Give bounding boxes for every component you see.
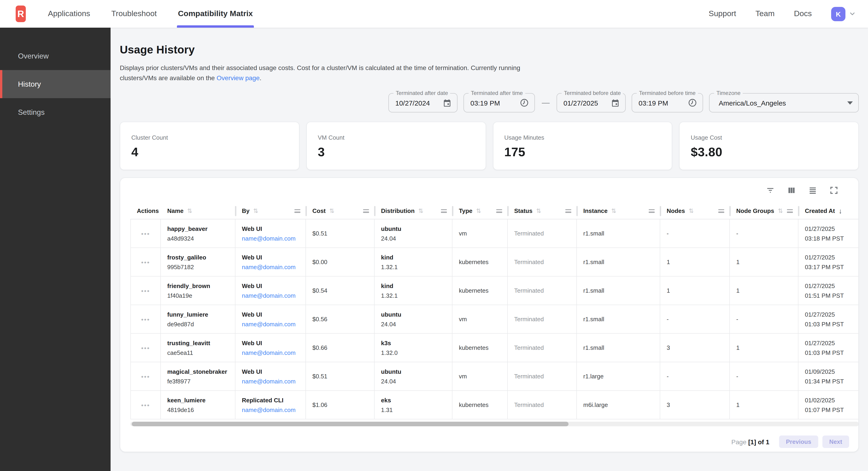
email-link[interactable]: name@domain.com	[242, 377, 302, 386]
row-actions-button[interactable]: •••	[141, 401, 150, 409]
stat-card-usage-minutes: Usage Minutes 175	[493, 122, 673, 170]
column-header-actions: Actions	[130, 203, 161, 219]
table-row: ••• magical_stonebrakerfe3f8977 Web UIna…	[130, 362, 859, 391]
secondary-nav: Support Team Docs K	[709, 7, 856, 21]
column-menu-icon[interactable]	[565, 209, 571, 213]
email-link[interactable]: name@domain.com	[242, 291, 302, 300]
nav-link-team[interactable]: Team	[755, 9, 774, 19]
terminated-after-time-field[interactable]: Terminated after time 03:19 PM	[464, 93, 535, 113]
terminated-before-time-field[interactable]: Terminated before time 03:19 PM	[632, 93, 703, 113]
column-menu-icon[interactable]	[649, 209, 655, 213]
usage-table-card: Actions Name⇅ By⇅ Cost⇅ Distribution⇅	[120, 177, 859, 452]
row-actions-button[interactable]: •••	[141, 344, 150, 351]
column-menu-icon[interactable]	[363, 209, 369, 213]
brand-logo-letter: R	[18, 8, 24, 19]
pagination: Page [1] of 1 Previous Next	[120, 436, 858, 448]
email-link[interactable]: name@domain.com	[242, 406, 302, 414]
sidebar-item-history[interactable]: History	[0, 70, 111, 98]
column-header-nodes[interactable]: Nodes⇅	[660, 203, 730, 219]
range-separator: —	[541, 98, 551, 107]
density-icon[interactable]	[808, 185, 818, 196]
row-actions-button[interactable]: •••	[141, 258, 150, 266]
column-menu-icon[interactable]	[441, 209, 447, 213]
table-header-row: Actions Name⇅ By⇅ Cost⇅ Distribution⇅	[130, 203, 859, 219]
nav-link-support[interactable]: Support	[709, 9, 736, 19]
column-header-type[interactable]: Type⇅	[453, 203, 508, 219]
previous-page-button[interactable]: Previous	[779, 436, 818, 448]
sort-icon[interactable]: ⇅	[418, 207, 424, 214]
filter-icon[interactable]	[765, 185, 775, 196]
stat-card-vm-count: VM Count 3	[306, 122, 486, 170]
terminated-after-date-field[interactable]: Terminated after date 10/27/2024	[389, 93, 458, 113]
horizontal-scrollbar-track	[130, 422, 859, 426]
table-toolbar	[120, 178, 858, 203]
main-content: Usage History Displays prior clusters/VM…	[111, 28, 868, 471]
page-title: Usage History	[120, 43, 859, 56]
sort-icon[interactable]: ⇅	[536, 207, 541, 214]
sidebar-item-settings[interactable]: Settings	[0, 98, 111, 126]
timezone-select[interactable]: Timezone America/Los_Angeles	[709, 93, 859, 113]
fullscreen-icon[interactable]	[829, 185, 839, 196]
column-header-instance[interactable]: Instance⇅	[577, 203, 660, 219]
column-menu-icon[interactable]	[787, 209, 793, 213]
calendar-icon[interactable]	[443, 98, 452, 107]
nav-item-compatibility-matrix[interactable]: Compatibility Matrix	[177, 0, 254, 28]
row-actions-button[interactable]: •••	[141, 373, 150, 380]
column-header-status[interactable]: Status⇅	[508, 203, 577, 219]
clock-icon[interactable]	[688, 98, 697, 107]
sort-desc-icon[interactable]: ↓	[839, 207, 842, 215]
avatar[interactable]: K	[831, 7, 845, 21]
column-header-created-at[interactable]: Created At↓	[799, 203, 859, 219]
filter-bar: Terminated after date 10/27/2024 Termina…	[120, 93, 859, 113]
terminated-before-date-field[interactable]: Terminated before date 01/27/2025	[557, 93, 626, 113]
active-tab-indicator	[177, 25, 254, 28]
nav-link-docs[interactable]: Docs	[794, 9, 812, 19]
sidebar: Overview History Settings	[0, 28, 111, 471]
column-menu-icon[interactable]	[294, 209, 300, 213]
column-header-cost[interactable]: Cost⇅	[306, 203, 375, 219]
sidebar-item-overview[interactable]: Overview	[0, 42, 111, 70]
sort-icon[interactable]: ⇅	[330, 207, 335, 214]
calendar-icon[interactable]	[611, 98, 620, 107]
email-link[interactable]: name@domain.com	[242, 263, 302, 271]
column-menu-icon[interactable]	[718, 209, 724, 213]
nav-item-applications[interactable]: Applications	[47, 0, 91, 28]
chevron-down-icon[interactable]	[849, 10, 856, 18]
row-actions-button[interactable]: •••	[141, 287, 150, 294]
sort-icon[interactable]: ⇅	[253, 207, 258, 214]
column-header-name[interactable]: Name⇅	[161, 203, 236, 219]
usage-table: Actions Name⇅ By⇅ Cost⇅ Distribution⇅	[130, 203, 859, 419]
table-row: ••• trusting_leavittcae5ea11 Web UIname@…	[130, 334, 859, 362]
clock-icon[interactable]	[520, 98, 529, 107]
next-page-button[interactable]: Next	[823, 436, 849, 448]
sort-icon[interactable]: ⇅	[778, 207, 783, 214]
horizontal-scrollbar-thumb[interactable]	[132, 422, 568, 426]
primary-nav: Applications Troubleshoot Compatibility …	[47, 0, 254, 28]
column-header-distribution[interactable]: Distribution⇅	[375, 203, 453, 219]
table-row: ••• funny_lumierede9ed87d Web UIname@dom…	[130, 305, 859, 334]
brand-logo[interactable]: R	[16, 5, 26, 22]
email-link[interactable]: name@domain.com	[242, 320, 302, 329]
email-link[interactable]: name@domain.com	[242, 348, 302, 357]
columns-icon[interactable]	[786, 185, 797, 196]
email-link[interactable]: name@domain.com	[242, 234, 302, 243]
sort-icon[interactable]: ⇅	[688, 207, 693, 214]
column-menu-icon[interactable]	[496, 209, 502, 213]
row-actions-button[interactable]: •••	[141, 230, 150, 237]
sort-icon[interactable]: ⇅	[187, 207, 192, 214]
stat-card-cluster-count: Cluster Count 4	[120, 122, 300, 170]
sort-icon[interactable]: ⇅	[611, 207, 616, 214]
user-menu[interactable]: K	[831, 7, 856, 21]
overview-page-link[interactable]: Overview page	[217, 74, 259, 82]
column-header-by[interactable]: By⇅	[236, 203, 306, 219]
sort-icon[interactable]: ⇅	[476, 207, 481, 214]
stat-card-usage-cost: Usage Cost $3.80	[679, 122, 859, 170]
row-actions-button[interactable]: •••	[141, 316, 150, 323]
nav-item-troubleshoot[interactable]: Troubleshoot	[110, 0, 158, 28]
column-header-node-groups[interactable]: Node Groups⇅	[730, 203, 799, 219]
table-row: ••• happy_beavera48d9324 Web UIname@doma…	[130, 219, 859, 248]
select-arrow-icon	[847, 101, 853, 105]
table-row: ••• friendly_brown1f40a19e Web UIname@do…	[130, 276, 859, 305]
table-row: ••• frosty_galileo995b7182 Web UIname@do…	[130, 248, 859, 276]
stats-row: Cluster Count 4 VM Count 3 Usage Minutes…	[120, 122, 859, 170]
